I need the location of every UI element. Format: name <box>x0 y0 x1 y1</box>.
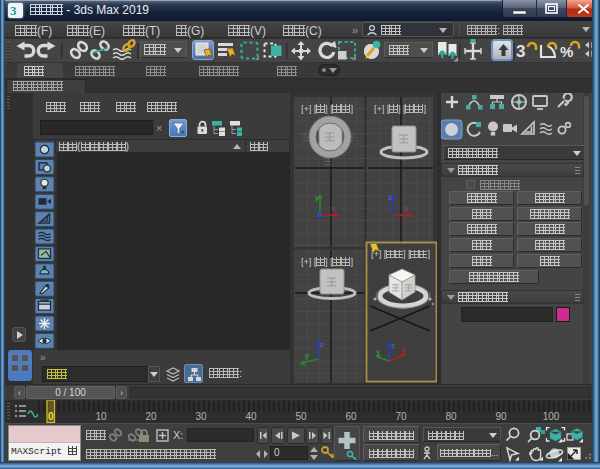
svg-text:y: y <box>315 193 319 202</box>
svg-text:40: 40 <box>245 411 257 422</box>
svg-text:z: z <box>388 193 392 202</box>
svg-text:60: 60 <box>345 411 357 422</box>
svg-text:70: 70 <box>395 411 407 422</box>
svg-text:50: 50 <box>295 411 307 422</box>
svg-text:3: 3 <box>516 42 525 61</box>
svg-text:100: 100 <box>543 411 560 422</box>
svg-text:z: z <box>320 340 324 349</box>
svg-text:z: z <box>391 341 395 350</box>
svg-text:30: 30 <box>195 411 207 422</box>
svg-text:y: y <box>305 351 309 360</box>
svg-text:20: 20 <box>145 411 157 422</box>
svg-text:x: x <box>401 345 405 354</box>
svg-text:10: 10 <box>95 411 107 422</box>
svg-text:90: 90 <box>495 411 507 422</box>
svg-text:80: 80 <box>445 411 457 422</box>
svg-text:x: x <box>404 204 408 213</box>
svg-text:0: 0 <box>48 411 54 422</box>
svg-text:y: y <box>376 347 380 356</box>
svg-text:x: x <box>331 204 335 213</box>
